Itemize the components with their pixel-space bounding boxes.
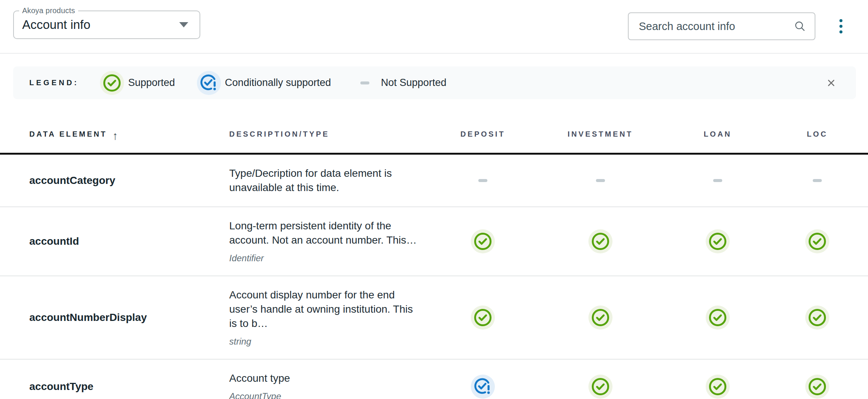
not-supported-dash-icon	[478, 179, 487, 182]
data-element-name: accountNumberDisplay	[29, 312, 147, 323]
legend-item-icon-slot	[100, 71, 124, 95]
status-cell-loc	[776, 306, 859, 330]
status-cell-investment	[541, 375, 659, 399]
top-right-actions	[628, 12, 848, 40]
legend-item: Supported	[100, 71, 175, 95]
legend-item-label: Not Supported	[381, 77, 446, 89]
supported-icon	[100, 71, 124, 95]
supported-icon	[588, 375, 612, 399]
supported-icon	[805, 306, 829, 330]
supported-icon	[706, 229, 730, 253]
table-header-row: DATA ELEMENT ↑ DESCRIPTION/TYPE DEPOSIT …	[0, 99, 868, 155]
select-value: Account info	[22, 18, 91, 32]
table-row: accountCategory Type/Decription for data…	[0, 155, 868, 206]
element-description: Long-term persistent identity of the acc…	[229, 219, 420, 247]
not-supported-dash-icon	[713, 179, 722, 182]
status-cell-deposit	[425, 375, 541, 399]
data-element-name: accountId	[29, 235, 79, 247]
status-cell-loan	[659, 306, 776, 330]
table-row: accountId Long-term persistent identity …	[0, 206, 868, 276]
table-row: accountType Account type AccountType	[0, 359, 868, 399]
table-body: accountCategory Type/Decription for data…	[0, 155, 868, 399]
conditionally-supported-icon	[197, 71, 221, 95]
description-cell: Type/Decription for data element is unav…	[229, 155, 425, 206]
table-row: accountNumberDisplay Account display num…	[0, 276, 868, 359]
legend-item: Not Supported	[353, 71, 446, 95]
column-header-data-element[interactable]: DATA ELEMENT ↑	[0, 130, 229, 153]
chevron-down-icon	[179, 22, 188, 27]
status-cell-deposit	[425, 229, 541, 253]
column-header-description-type[interactable]: DESCRIPTION/TYPE	[229, 130, 425, 153]
element-description: Account type	[229, 371, 420, 385]
status-cell-investment	[541, 306, 659, 330]
data-element-name: accountType	[29, 381, 94, 392]
supported-icon	[706, 375, 730, 399]
search-box	[628, 12, 815, 40]
legend-items: Supported Conditionally supported Not Su…	[100, 71, 468, 95]
column-header-label: DATA ELEMENT	[29, 130, 107, 139]
data-element-cell: accountCategory	[0, 175, 229, 187]
supported-icon	[588, 229, 612, 253]
kebab-dot	[839, 19, 842, 22]
conditionally-supported-icon	[471, 375, 495, 399]
search-icon	[794, 20, 806, 33]
supported-icon	[706, 306, 730, 330]
not-supported-dash-icon	[360, 81, 369, 84]
status-cell-loan	[659, 179, 776, 182]
column-header-deposit[interactable]: DEPOSIT	[425, 130, 541, 153]
supported-icon	[588, 306, 612, 330]
legend-item: Conditionally supported	[197, 71, 331, 95]
sort-asc-icon: ↑	[112, 132, 118, 140]
kebab-menu-button[interactable]	[833, 15, 848, 38]
column-header-loan[interactable]: LOAN	[659, 130, 776, 153]
supported-icon	[471, 306, 495, 330]
data-element-name: accountCategory	[29, 175, 115, 186]
data-element-cell: accountType	[0, 381, 229, 393]
kebab-dot	[839, 25, 842, 28]
data-element-cell: accountNumberDisplay	[0, 312, 229, 324]
status-cell-deposit	[425, 179, 541, 182]
status-cell-loan	[659, 229, 776, 253]
status-cell-loc	[776, 375, 859, 399]
element-description: Account display number for the end user’…	[229, 288, 420, 331]
data-element-cell: accountId	[0, 235, 229, 247]
close-icon[interactable]	[824, 75, 839, 90]
column-header-investment[interactable]: INVESTMENT	[541, 130, 659, 153]
not-supported-dash-icon	[596, 179, 605, 182]
legend-bar: LEGEND: Supported Conditionally supporte…	[13, 66, 856, 99]
top-bar: Akoya products Account info	[0, 0, 868, 54]
description-cell: Account display number for the end user’…	[229, 276, 425, 359]
supported-icon	[805, 375, 829, 399]
kebab-dot	[839, 30, 842, 33]
select-label: Akoya products	[19, 6, 78, 15]
legend-item-icon-slot	[353, 71, 377, 95]
status-cell-deposit	[425, 306, 541, 330]
data-elements-page: Akoya products Account info LEG	[0, 0, 868, 399]
element-type: string	[229, 336, 420, 347]
akoya-products-select[interactable]: Akoya products Account info	[13, 11, 200, 39]
element-type: Identifier	[229, 253, 420, 264]
description-cell: Account type AccountType	[229, 360, 425, 399]
status-cell-investment	[541, 229, 659, 253]
status-cell-loan	[659, 375, 776, 399]
legend-title: LEGEND:	[29, 78, 79, 87]
column-header-loc[interactable]: LOC	[776, 130, 859, 153]
supported-icon	[471, 229, 495, 253]
search-input[interactable]	[629, 20, 815, 33]
legend-item-label: Supported	[128, 77, 175, 89]
legend-item-icon-slot	[197, 71, 221, 95]
supported-icon	[805, 229, 829, 253]
status-cell-loc	[776, 179, 859, 182]
status-cell-investment	[541, 179, 659, 182]
element-description: Type/Decription for data element is unav…	[229, 166, 420, 195]
description-cell: Long-term persistent identity of the acc…	[229, 207, 425, 276]
legend-item-label: Conditionally supported	[225, 77, 331, 89]
not-supported-dash-icon	[813, 179, 822, 182]
status-cell-loc	[776, 229, 859, 253]
element-type: AccountType	[229, 391, 420, 399]
